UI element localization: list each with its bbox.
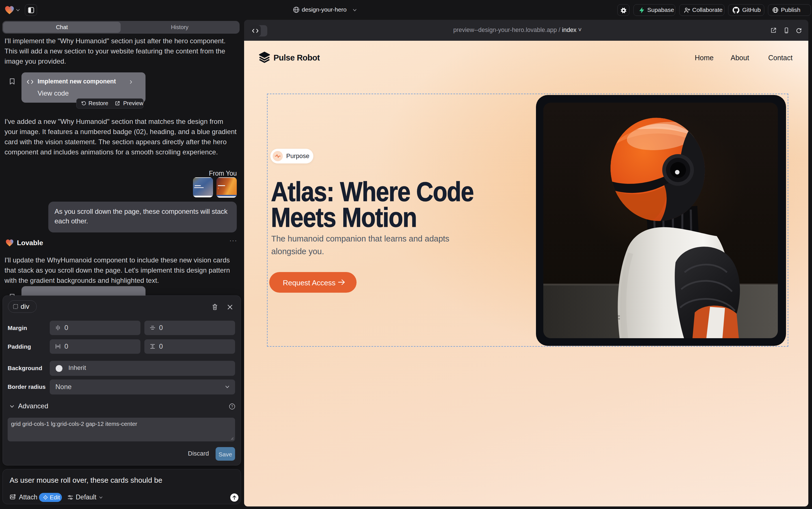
svg-text:?: ? (231, 405, 233, 409)
